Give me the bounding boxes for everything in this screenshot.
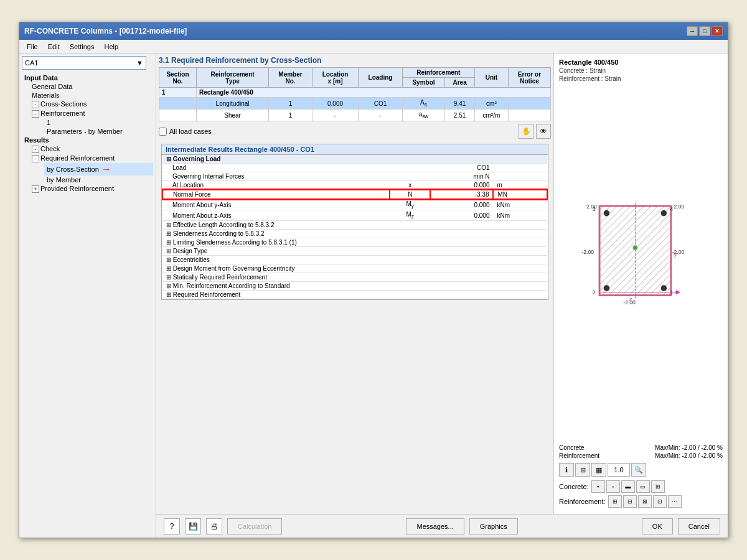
- close-button[interactable]: ✕: [712, 26, 723, 36]
- cell-expandable: Statically Required Reinforcement: [162, 273, 547, 282]
- concrete-btn-3[interactable]: ▬: [621, 480, 635, 493]
- rebar-tr: [660, 210, 667, 217]
- menu-settings[interactable]: Settings: [65, 42, 100, 52]
- menu-help[interactable]: Help: [99, 42, 123, 52]
- chevron-down-icon: ▼: [136, 59, 143, 67]
- top-section: 3.1 Required Reinforcement by Cross-Sect…: [156, 54, 728, 514]
- sidebar-item-by-member[interactable]: by Member: [44, 175, 153, 184]
- table-row[interactable]: Design Moment from Governing Eccentricit…: [162, 264, 547, 273]
- reinforcement-btn-2[interactable]: ⊟: [623, 495, 637, 508]
- cell-col2: [390, 172, 430, 181]
- all-load-cases-label: All load cases: [169, 128, 212, 135]
- expand-icon[interactable]: -: [32, 146, 39, 153]
- reinforcement-btn-4[interactable]: ⊡: [653, 495, 667, 508]
- cell-col3: 0.000: [430, 210, 493, 221]
- menu-edit[interactable]: Edit: [43, 42, 65, 52]
- sidebar-item-required-reinforcement[interactable]: -Required Reinforcement: [29, 154, 153, 163]
- concrete-btn-2[interactable]: ▫: [606, 480, 620, 493]
- concrete-btn-5[interactable]: ⊞: [651, 480, 665, 493]
- table-row: 1 Rectangle 400/450: [159, 88, 551, 98]
- ca-dropdown[interactable]: CA1 ▼: [22, 56, 146, 70]
- main-content: CA1 ▼ Input Data General Data Materials …: [19, 54, 728, 538]
- minimize-button[interactable]: ─: [687, 26, 698, 36]
- cell-symbol: As: [402, 98, 445, 110]
- cs-concrete-value: Max/Min: -2.00 / -2.00 %: [655, 444, 723, 451]
- table-row[interactable]: Shear 1 - - asw 2.51 cm²/m: [159, 110, 551, 121]
- cs-subtitle-2: Reinforcement : Strain: [559, 75, 723, 82]
- expand-icon[interactable]: +: [32, 185, 39, 193]
- table-row[interactable]: Min. Reinforcement According to Standard: [162, 282, 547, 291]
- cursor-icon-button[interactable]: ✋: [519, 124, 533, 139]
- table-row[interactable]: Statically Required Reinforcement: [162, 273, 547, 282]
- z-axis-arrow: [675, 290, 680, 295]
- reinforcement-btn-3[interactable]: ⊠: [638, 495, 652, 508]
- zoom-button[interactable]: 🔍: [631, 463, 646, 477]
- cell-label: Load: [162, 164, 390, 172]
- sidebar-item-parameters-by-member[interactable]: Parameters - by Member: [44, 127, 153, 136]
- tree-results: Results: [22, 136, 153, 144]
- bottom-bar: ? 💾 🖨 Calculation Messages... Graphics O…: [156, 514, 728, 538]
- cell-col4: MN: [493, 190, 547, 199]
- expand-icon[interactable]: -: [32, 110, 39, 118]
- reinforcement-btn-5[interactable]: ⋯: [668, 495, 682, 508]
- cs-concrete-row: Concrete Max/Min: -2.00 / -2.00 %: [559, 444, 723, 451]
- cell-area: 2.51: [445, 110, 475, 121]
- cell-notice: [508, 110, 550, 121]
- action-buttons: ✋ 👁: [519, 124, 551, 139]
- window-controls: ─ □ ✕: [687, 26, 723, 36]
- graphics-button[interactable]: Graphics: [469, 518, 518, 534]
- cs-reinforcement-value: Max/Min: -2.00 / -2.00 %: [655, 452, 723, 459]
- cell-loading: -: [359, 110, 402, 121]
- reinforcement-btn-1[interactable]: ⊞: [608, 495, 622, 508]
- view-icon-button[interactable]: 👁: [536, 124, 551, 139]
- sidebar-item-general-data[interactable]: General Data: [29, 82, 153, 91]
- sidebar-item-reinforcement[interactable]: -Reinforcement: [29, 109, 153, 118]
- sidebar-item-by-cross-section[interactable]: by Cross-Section →: [44, 163, 153, 175]
- table-row[interactable]: Design Type: [162, 247, 547, 256]
- cell-col2: Mz: [390, 210, 430, 221]
- table-view-button[interactable]: ⊞: [575, 463, 590, 477]
- table-row[interactable]: Limiting Slenderness According to 5.8.3.…: [162, 238, 547, 247]
- intermediate-title: Intermediate Results Rectangle 400/450 -…: [162, 144, 548, 155]
- concrete-label: Concrete:: [559, 483, 589, 490]
- grid-view-button[interactable]: ▦: [591, 463, 606, 477]
- calculation-button[interactable]: Calculation: [227, 518, 282, 534]
- cell-col3: CO1: [430, 164, 493, 172]
- concrete-btn-4[interactable]: ▭: [636, 480, 650, 493]
- cell-member: 1: [269, 110, 312, 121]
- sidebar-item-provided-reinforcement[interactable]: +Provided Reinforcement: [29, 184, 153, 194]
- expand-icon[interactable]: -: [32, 155, 39, 162]
- col-a-header: SectionNo.: [159, 68, 197, 88]
- concrete-btn-1[interactable]: ▪: [591, 480, 605, 493]
- table-row[interactable]: Slenderness According to 5.8.3.2: [162, 230, 547, 238]
- sidebar-item-materials[interactable]: Materials: [29, 91, 153, 100]
- save-icon-button[interactable]: 💾: [185, 518, 201, 534]
- sidebar-item-check[interactable]: -Check: [29, 144, 153, 154]
- cancel-button[interactable]: Cancel: [678, 518, 720, 534]
- expand-icon[interactable]: -: [32, 101, 39, 108]
- help-icon-button[interactable]: ?: [164, 518, 180, 534]
- table-row[interactable]: Longitudinal 1 0.000 CO1 As 9.41 cm²: [159, 98, 551, 110]
- cell-col3: min N: [430, 172, 493, 181]
- ca-value: CA1: [25, 59, 38, 67]
- cell-col4: kNm: [493, 210, 547, 221]
- table-row[interactable]: Effective Length According to 5.8.3.2: [162, 221, 547, 230]
- info-button[interactable]: ℹ: [559, 463, 574, 477]
- sidebar-item-reinforcement-1[interactable]: 1: [44, 118, 153, 127]
- all-load-cases-checkbox[interactable]: [159, 128, 167, 136]
- print-icon-button[interactable]: 🖨: [206, 518, 222, 534]
- ok-button[interactable]: OK: [642, 518, 673, 534]
- maximize-button[interactable]: □: [699, 26, 710, 36]
- cs-section-title: Rectangle 400/450: [559, 58, 723, 66]
- cell-notice: [508, 98, 550, 110]
- table-row[interactable]: Required Reinforcement: [162, 291, 547, 299]
- zoom-input[interactable]: [608, 463, 630, 477]
- table-row[interactable]: Eccentricities: [162, 256, 547, 264]
- window-title: RF-CONCRETE Columns - [001712-model-file…: [24, 27, 187, 35]
- cell-section-name: Rectangle 400/450: [197, 88, 551, 98]
- messages-button[interactable]: Messages...: [406, 518, 464, 534]
- cell-col4: [493, 172, 547, 181]
- cell-type: Shear: [197, 110, 269, 121]
- menu-file[interactable]: File: [22, 42, 43, 52]
- sidebar-item-cross-sections[interactable]: -Cross-Sections: [29, 100, 153, 109]
